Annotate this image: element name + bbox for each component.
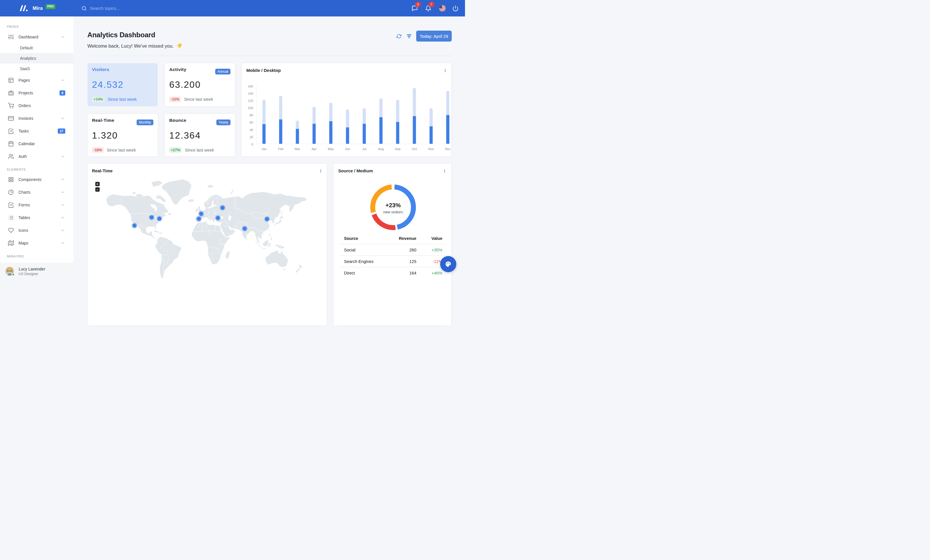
svg-text:Jan: Jan xyxy=(262,147,266,151)
svg-text:0: 0 xyxy=(251,143,253,146)
svg-text:140: 140 xyxy=(248,92,253,95)
svg-text:160: 160 xyxy=(248,84,253,88)
svg-text:Mar: Mar xyxy=(295,147,300,151)
svg-text:40: 40 xyxy=(249,128,253,132)
svg-text:Jul: Jul xyxy=(362,147,366,151)
svg-text:80: 80 xyxy=(249,114,253,117)
svg-text:Oct: Oct xyxy=(412,147,417,151)
svg-text:Aug: Aug xyxy=(378,147,384,151)
svg-text:60: 60 xyxy=(249,121,253,124)
svg-text:120: 120 xyxy=(248,99,253,103)
svg-text:Nov: Nov xyxy=(428,147,434,151)
svg-text:Jun: Jun xyxy=(345,147,350,151)
svg-text:May: May xyxy=(328,147,334,151)
svg-text:Sep: Sep xyxy=(395,147,400,151)
svg-text:Feb: Feb xyxy=(278,147,283,151)
svg-text:Dec: Dec xyxy=(445,147,451,151)
svg-text:100: 100 xyxy=(248,106,253,110)
svg-text:20: 20 xyxy=(249,135,253,139)
svg-text:Apr: Apr xyxy=(312,147,317,151)
